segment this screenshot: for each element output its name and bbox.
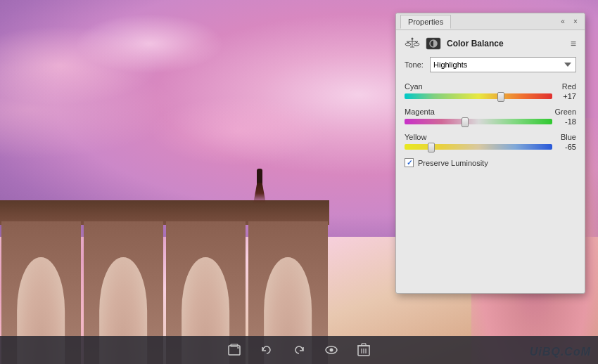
panel-tabs: Properties <box>400 15 451 28</box>
magenta-green-labels: Magenta Green <box>405 108 576 116</box>
cyan-red-labels: Cyan Red <box>405 82 576 91</box>
cyan-red-value: +17 <box>556 92 576 100</box>
cyan-label: Cyan <box>405 82 423 91</box>
red-label: Red <box>562 82 576 91</box>
adjustment-icon <box>426 37 441 50</box>
checkbox-checkmark: ✓ <box>407 159 412 167</box>
svg-point-4 <box>414 43 419 46</box>
tone-row: Tone: Shadows Midtones Highlights <box>405 57 576 72</box>
figure <box>253 169 266 204</box>
balance-svg <box>405 37 420 50</box>
cyan-red-track[interactable] <box>405 93 552 99</box>
rotate-cw-icon <box>292 343 306 357</box>
yellow-blue-labels: Yellow Blue <box>405 133 576 141</box>
yellow-blue-slider-group: Yellow Blue -65 <box>405 133 576 151</box>
cyan-red-thumb[interactable] <box>497 92 504 102</box>
yellow-blue-track-container: -65 <box>405 143 576 151</box>
preserve-luminosity-checkbox[interactable]: ✓ <box>405 158 414 167</box>
yellow-blue-value: -65 <box>556 143 576 151</box>
tone-label: Tone: <box>405 60 424 69</box>
magenta-green-track-container: -18 <box>405 117 576 126</box>
yellow-blue-thumb[interactable] <box>428 143 435 152</box>
adjustment-svg <box>426 37 441 50</box>
tab-properties[interactable]: Properties <box>400 15 451 29</box>
snapshot-icon <box>227 343 241 357</box>
bottom-toolbar <box>0 336 598 364</box>
yellow-label: Yellow <box>405 133 426 141</box>
magenta-green-value: -18 <box>556 117 576 126</box>
tone-select[interactable]: Shadows Midtones Highlights <box>430 57 576 72</box>
collapse-panel-button[interactable]: « <box>558 17 568 27</box>
section-header: Color Balance ≡ <box>405 37 576 50</box>
svg-rect-12 <box>229 346 240 355</box>
yellow-blue-track[interactable] <box>405 144 552 150</box>
green-label: Green <box>554 108 576 116</box>
visibility-button[interactable] <box>322 341 341 359</box>
figure-cape <box>253 183 266 204</box>
preserve-luminosity-row: ✓ Preserve Luminosity <box>405 158 576 167</box>
magenta-green-track[interactable] <box>405 119 552 124</box>
panel-titlebar: Properties « × <box>396 13 585 30</box>
delete-button[interactable] <box>355 341 373 359</box>
magenta-green-thumb[interactable] <box>462 117 469 127</box>
magenta-label: Magenta <box>405 108 435 116</box>
balance-icon <box>405 37 420 50</box>
panel-body: Color Balance ≡ Tone: Shadows Midtones H… <box>396 30 585 293</box>
panel-menu-button[interactable]: ≡ <box>571 38 576 49</box>
rotate-ccw-icon <box>260 343 274 357</box>
close-panel-button[interactable]: × <box>571 17 580 27</box>
svg-point-16 <box>330 349 333 352</box>
properties-panel: Properties « × <box>395 13 585 294</box>
blue-label: Blue <box>561 133 576 141</box>
delete-icon <box>357 343 370 357</box>
section-title: Color Balance <box>447 39 504 48</box>
preserve-luminosity-label: Preserve Luminosity <box>418 159 488 167</box>
rotate-cw-button[interactable] <box>290 341 308 359</box>
cyan-red-slider-group: Cyan Red +17 <box>405 82 576 100</box>
panel-controls: « × <box>558 17 580 27</box>
visibility-icon <box>324 343 338 357</box>
magenta-green-slider-group: Magenta Green -18 <box>405 108 576 126</box>
svg-point-3 <box>405 43 411 46</box>
cyan-red-track-container: +17 <box>405 92 576 100</box>
snapshot-button[interactable] <box>225 341 243 359</box>
rotate-ccw-button[interactable] <box>257 341 276 359</box>
